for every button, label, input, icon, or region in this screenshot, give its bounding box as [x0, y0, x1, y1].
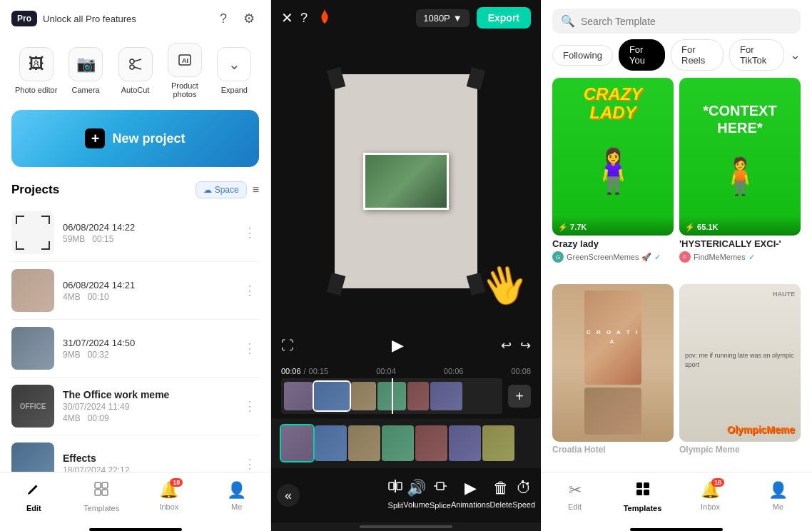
animations-label: Animations: [451, 500, 489, 509]
more-icon[interactable]: ⋮: [240, 395, 259, 417]
resolution-button[interactable]: 1080P ▼: [416, 9, 469, 27]
tab-for-reels[interactable]: For Reels: [671, 39, 724, 71]
filter-more-icon[interactable]: ⌄: [790, 47, 801, 63]
right-bottom-nav: ✂ Edit Templates 🔔 18 Inbox 👤 Me: [541, 472, 812, 525]
add-clip-button[interactable]: +: [508, 385, 531, 408]
filter-icon[interactable]: ≡: [253, 183, 259, 196]
right-nav-edit[interactable]: ✂ Edit: [541, 478, 609, 515]
template-card-croatia[interactable]: C R O A T I A Croatia Hotel: [552, 284, 674, 472]
back-button[interactable]: «: [277, 484, 300, 507]
author-name: GreenScreenMemes 🚀: [567, 253, 651, 262]
context-title: *CONTEXTHERE*: [703, 102, 776, 136]
strip-thumb[interactable]: [482, 425, 514, 461]
filter-tabs: Following For You For Reels For TikTok ⌄: [541, 39, 812, 78]
speed-icon: ⏱: [516, 479, 532, 497]
strip-thumb[interactable]: [382, 425, 414, 461]
project-info: 06/08/2024 14:22 59MB 00:15: [63, 222, 232, 244]
tab-for-tiktok[interactable]: For TikTok: [729, 39, 784, 71]
strip-thumb[interactable]: [449, 425, 481, 461]
template-card[interactable]: C R O A T I A: [552, 284, 674, 442]
toolbar-splice[interactable]: Splice: [430, 478, 451, 510]
tool-expand[interactable]: ⌄ Expand: [210, 47, 259, 94]
search-input[interactable]: [581, 16, 792, 27]
nav-edit[interactable]: Edit: [0, 478, 68, 515]
more-icon[interactable]: ⋮: [240, 453, 259, 472]
card-title: 'HYSTERICALLY EXCI-': [679, 238, 801, 249]
tab-following[interactable]: Following: [552, 45, 613, 66]
project-info: The Office work meme 30/07/2024 11:49 4M…: [63, 389, 232, 423]
nav-me-label: Me: [773, 502, 783, 511]
split-label: Split: [388, 501, 403, 510]
svg-rect-17: [644, 482, 649, 488]
project-item[interactable]: Effects 18/07/2024 22:12 ⋮: [11, 435, 259, 472]
speed-label: Speed: [512, 500, 535, 509]
help-icon[interactable]: ?: [300, 11, 308, 26]
strip-thumb[interactable]: [281, 425, 313, 461]
right-nav-inbox[interactable]: 🔔 18 Inbox: [676, 478, 744, 515]
nav-inbox[interactable]: 🔔 18 Inbox: [136, 478, 203, 515]
template-card[interactable]: *CONTEXTHERE* 🧍 ⚡ 65.1K: [679, 78, 801, 236]
tool-product[interactable]: AI Product photos: [160, 43, 209, 98]
more-icon[interactable]: ⋮: [240, 280, 259, 301]
project-item[interactable]: 06/08/2024 14:21 4MB 00:10 ⋮: [11, 262, 259, 320]
help-icon[interactable]: ?: [213, 9, 233, 29]
card-bg-crazy-lady: CRAZYLADY 🧍‍♀️: [552, 78, 674, 236]
card-title: Olympic Meme: [679, 445, 801, 455]
crazy-lady-title: CRAZYLADY: [584, 85, 643, 123]
author-name: FindMeMemes: [694, 253, 746, 261]
pro-badge[interactable]: Pro: [11, 11, 37, 26]
strip-thumb[interactable]: [348, 425, 380, 461]
svg-text:AI: AI: [182, 57, 188, 64]
tab-for-you[interactable]: For You: [619, 39, 665, 71]
tool-autocut[interactable]: AutoCut: [111, 47, 160, 94]
nav-templates-label: Templates: [83, 504, 119, 512]
tool-camera[interactable]: 📷 Camera: [61, 47, 110, 94]
card-title: Crazy lady: [552, 238, 674, 249]
space-badge[interactable]: ☁ Space: [196, 181, 247, 198]
export-button[interactable]: Export: [477, 7, 531, 29]
crazy-lady-figure: 🧍‍♀️: [584, 128, 641, 214]
svg-rect-9: [102, 490, 108, 495]
author-avatar: F: [679, 251, 691, 263]
project-name: Effects: [63, 452, 232, 464]
settings-icon[interactable]: ⚙: [239, 9, 259, 29]
toolbar-delete[interactable]: 🗑 Delete: [489, 479, 512, 509]
search-bar[interactable]: 🔍: [552, 9, 801, 34]
template-card-crazy-lady[interactable]: CRAZYLADY 🧍‍♀️ ⚡ 7.7K Crazy lady G Green…: [552, 78, 674, 278]
undo-icon[interactable]: ↩: [501, 338, 512, 353]
project-item[interactable]: 06/08/2024 14:22 59MB 00:15 ⋮: [11, 204, 259, 262]
strip-thumb[interactable]: [415, 425, 447, 461]
project-item[interactable]: 31/07/2024 14:50 9MB 00:32 ⋮: [11, 320, 259, 378]
toolbar-split[interactable]: Split: [387, 478, 403, 510]
video-frame: [335, 74, 477, 288]
template-card[interactable]: HAUTE pov: me if running late was an oly…: [679, 284, 801, 442]
nav-templates[interactable]: Templates: [68, 478, 136, 515]
tool-photo-editor[interactable]: 🖼 Photo editor: [11, 47, 61, 94]
toolbar-animations[interactable]: ▶ Animations: [451, 479, 489, 509]
tab-for-reels-label: For Reels: [681, 44, 705, 66]
project-thumbnail: OFFICE: [11, 385, 54, 428]
redo-icon[interactable]: ↪: [520, 338, 531, 353]
project-item[interactable]: OFFICE The Office work meme 30/07/2024 1…: [11, 378, 259, 435]
more-icon[interactable]: ⋮: [240, 338, 259, 359]
toolbar-volume[interactable]: 🔊 Volume: [403, 479, 430, 509]
new-project-button[interactable]: + New project: [11, 110, 259, 167]
template-card[interactable]: CRAZYLADY 🧍‍♀️ ⚡ 7.7K: [552, 78, 674, 236]
template-card-context[interactable]: *CONTEXTHERE* 🧍 ⚡ 65.1K 'HYSTERICALLY EX…: [679, 78, 801, 278]
strip-thumb[interactable]: [315, 425, 347, 461]
fullscreen-icon[interactable]: ⛶: [281, 338, 294, 353]
time-total: 00:15: [309, 367, 329, 375]
close-icon[interactable]: ✕: [281, 9, 293, 26]
svg-rect-6: [95, 482, 101, 488]
right-nav-templates[interactable]: Templates: [609, 478, 676, 515]
toolbar-speed[interactable]: ⏱ Speed: [512, 479, 535, 509]
timeline-track[interactable]: [281, 378, 502, 414]
play-button[interactable]: ▶: [385, 333, 410, 358]
template-card-olympic[interactable]: HAUTE pov: me if running late was an oly…: [679, 284, 801, 472]
clip-thumb: [314, 382, 350, 410]
pro-text: Pro: [17, 14, 31, 24]
more-icon[interactable]: ⋮: [240, 222, 259, 243]
right-nav-me[interactable]: 👤 Me: [744, 478, 812, 515]
nav-me[interactable]: 👤 Me: [203, 478, 270, 515]
tools-row: 🖼 Photo editor 📷 Camera AutoCut: [0, 37, 270, 107]
